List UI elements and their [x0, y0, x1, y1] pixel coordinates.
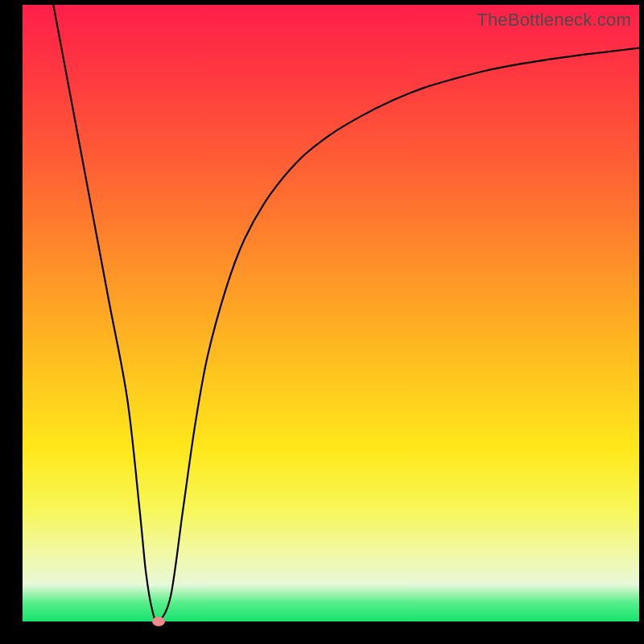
optimum-marker [152, 617, 165, 626]
curve-layer [23, 5, 639, 621]
plot-area: TheBottleneck.com [23, 5, 639, 621]
attribution-watermark: TheBottleneck.com [477, 10, 631, 31]
chart-frame: TheBottleneck.com [0, 0, 644, 644]
bottleneck-curve-path [53, 5, 639, 621]
